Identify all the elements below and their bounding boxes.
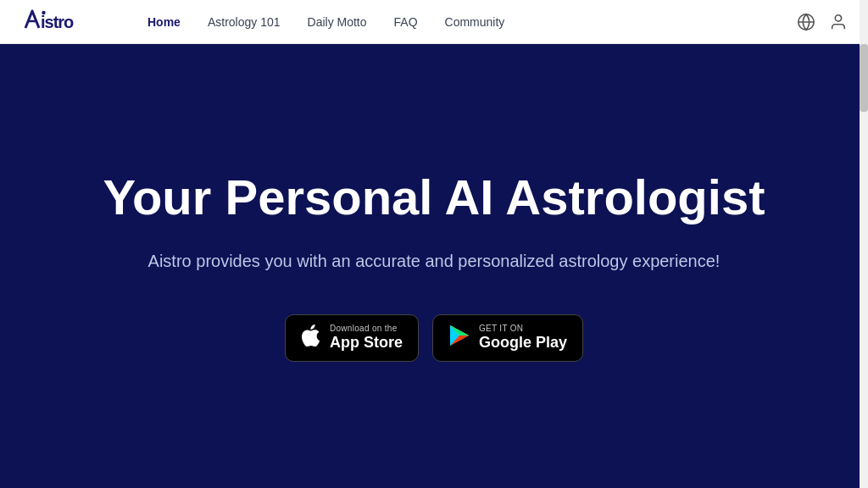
nav-links: Home Astrology 101 Daily Motto FAQ Commu… bbox=[147, 14, 797, 30]
navbar: istro Home Astrology 101 Daily Motto FAQ… bbox=[0, 0, 868, 44]
scrollbar-thumb[interactable] bbox=[860, 44, 868, 112]
nav-item-faq[interactable]: FAQ bbox=[394, 14, 418, 30]
svg-text:istro: istro bbox=[41, 13, 74, 31]
scrollbar[interactable] bbox=[860, 0, 868, 488]
logo[interactable]: istro bbox=[20, 6, 114, 38]
nav-link-astrology101[interactable]: Astrology 101 bbox=[208, 15, 281, 29]
svg-point-1 bbox=[42, 10, 45, 14]
nav-item-home[interactable]: Home bbox=[147, 14, 181, 30]
app-store-text: Download on the App Store bbox=[330, 324, 403, 352]
nav-item-astrology[interactable]: Astrology 101 bbox=[208, 14, 281, 30]
user-icon[interactable] bbox=[829, 13, 848, 31]
hero-subtitle: Aistro provides you with an accurate and… bbox=[148, 248, 721, 274]
nav-link-faq[interactable]: FAQ bbox=[394, 15, 418, 29]
google-play-text: GET IT ON Google Play bbox=[479, 324, 567, 352]
google-play-icon bbox=[448, 324, 470, 352]
nav-item-community[interactable]: Community bbox=[445, 14, 505, 30]
apple-icon bbox=[301, 324, 321, 352]
nav-link-community[interactable]: Community bbox=[445, 15, 505, 29]
nav-link-home[interactable]: Home bbox=[147, 15, 181, 29]
google-play-large-text: Google Play bbox=[479, 334, 567, 352]
app-store-button[interactable]: Download on the App Store bbox=[285, 314, 419, 362]
logo-text: istro bbox=[20, 6, 114, 38]
globe-icon[interactable] bbox=[797, 13, 815, 31]
store-buttons: Download on the App Store bbox=[285, 314, 583, 362]
nav-item-daily-motto[interactable]: Daily Motto bbox=[308, 14, 367, 30]
app-store-large-text: App Store bbox=[330, 334, 403, 352]
hero-title: Your Personal AI Astrologist bbox=[103, 170, 765, 225]
app-store-small-text: Download on the bbox=[330, 324, 398, 334]
nav-actions bbox=[797, 13, 848, 31]
google-play-small-text: GET IT ON bbox=[479, 324, 523, 334]
svg-point-3 bbox=[835, 14, 841, 20]
google-play-button[interactable]: GET IT ON Google Play bbox=[432, 314, 583, 362]
nav-link-daily-motto[interactable]: Daily Motto bbox=[308, 15, 367, 29]
hero-section: Your Personal AI Astrologist Aistro prov… bbox=[0, 44, 868, 488]
